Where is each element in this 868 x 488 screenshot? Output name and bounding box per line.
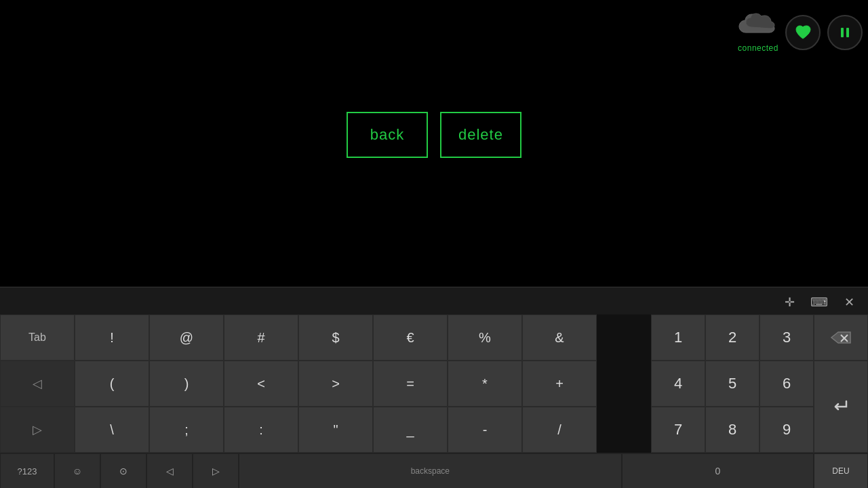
key-ampersand[interactable]: & <box>522 314 597 361</box>
key-colon[interactable]: : <box>224 407 298 453</box>
keyboard-row-2: ◁ ( ) < > = * + <box>0 361 597 407</box>
key-cursor-right[interactable]: ▷ <box>193 453 239 488</box>
key-space[interactable]: backspace <box>239 453 622 488</box>
key-euro[interactable]: € <box>373 314 448 361</box>
key-dollar[interactable]: $ <box>298 314 373 361</box>
key-plus[interactable]: + <box>522 361 597 407</box>
close-icon[interactable]: ✕ <box>840 293 859 312</box>
key-5[interactable]: 5 <box>705 361 760 407</box>
key-7[interactable]: 7 <box>651 407 705 453</box>
keyboard-numpad: 1 2 3 4 5 6 7 8 9 <box>651 314 814 453</box>
enter-key[interactable] <box>814 361 868 453</box>
key-language[interactable]: DEU <box>814 453 868 488</box>
key-3[interactable]: 3 <box>760 314 814 361</box>
move-icon[interactable]: ✛ <box>780 293 799 312</box>
status-area: connected <box>738 12 863 53</box>
key-quote[interactable]: " <box>298 407 373 453</box>
backspace-key[interactable] <box>814 314 868 361</box>
numpad-row-2: 4 5 6 <box>651 361 814 407</box>
pause-button[interactable] <box>827 15 863 50</box>
key-8[interactable]: 8 <box>705 407 760 453</box>
key-emoji[interactable]: ☺ <box>54 453 100 488</box>
key-1[interactable]: 1 <box>651 314 705 361</box>
keyboard-row-1: Tab ! @ # $ € % & <box>0 314 597 361</box>
key-lparen[interactable]: ( <box>75 361 149 407</box>
connected-label: connected <box>738 43 778 53</box>
key-cursor-left[interactable]: ◁ <box>146 453 193 488</box>
key-0[interactable]: 0 <box>622 453 814 488</box>
numpad-row-3: 7 8 9 <box>651 407 814 453</box>
cloud-status: connected <box>738 12 778 53</box>
keyboard-icon[interactable]: ⌨ <box>810 293 829 312</box>
key-tab[interactable]: Tab <box>0 314 75 361</box>
key-rparen[interactable]: ) <box>149 361 224 407</box>
delete-button[interactable]: delete <box>440 112 521 158</box>
key-semicolon[interactable]: ; <box>149 407 224 453</box>
key-hash[interactable]: # <box>224 314 298 361</box>
svg-rect-0 <box>841 28 844 37</box>
back-button[interactable]: back <box>347 112 428 158</box>
key-at[interactable]: @ <box>149 314 224 361</box>
numpad-row-1: 1 2 3 <box>651 314 814 361</box>
heart-button[interactable] <box>785 15 821 50</box>
keyboard-main: Tab ! @ # $ € % & ◁ ( ) < > = * + <box>0 314 868 453</box>
key-2[interactable]: 2 <box>705 314 760 361</box>
key-9[interactable]: 9 <box>760 407 814 453</box>
key-underscore[interactable]: _ <box>373 407 448 453</box>
key-4[interactable]: 4 <box>651 361 705 407</box>
keyboard-actions <box>814 314 868 453</box>
key-right-nav[interactable]: ▷ <box>0 407 75 453</box>
keyboard-toolbar: ✛ ⌨ ✕ <box>0 287 868 314</box>
cloud-icon <box>738 12 778 42</box>
key-minus[interactable]: - <box>448 407 522 453</box>
key-greater[interactable]: > <box>298 361 373 407</box>
keyboard-row-3: ▷ \ ; : " _ - / <box>0 407 597 453</box>
key-less[interactable]: < <box>224 361 298 407</box>
key-backslash[interactable]: \ <box>75 407 149 453</box>
key-slash[interactable]: / <box>522 407 597 453</box>
keyboard-symbols: Tab ! @ # $ € % & ◁ ( ) < > = * + <box>0 314 597 453</box>
key-asterisk[interactable]: * <box>448 361 522 407</box>
action-buttons-area: back delete <box>347 112 521 158</box>
keyboard-spacer <box>597 314 651 453</box>
key-exclamation[interactable]: ! <box>75 314 149 361</box>
keyboard: ✛ ⌨ ✕ Tab ! @ # $ € % & ◁ ( ) < <box>0 287 868 488</box>
key-symbols-toggle[interactable]: ?123 <box>0 453 54 488</box>
keyboard-bottom-row: ?123 ☺ ⊙ ◁ ▷ backspace 0 DEU <box>0 453 868 488</box>
key-left-nav[interactable]: ◁ <box>0 361 75 407</box>
key-percent[interactable]: % <box>448 314 522 361</box>
key-6[interactable]: 6 <box>760 361 814 407</box>
key-settings[interactable]: ⊙ <box>100 453 146 488</box>
svg-rect-1 <box>846 28 849 37</box>
key-equals[interactable]: = <box>373 361 448 407</box>
